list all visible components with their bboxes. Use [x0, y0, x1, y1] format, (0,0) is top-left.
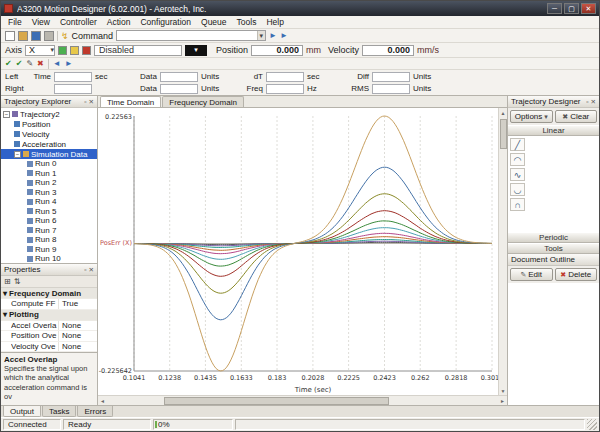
- menu-controller[interactable]: Controller: [55, 17, 102, 27]
- pin-icon[interactable]: ▫: [84, 266, 86, 274]
- tree-item-acceleration[interactable]: Acceleration: [1, 139, 97, 149]
- axis-display-dropdown[interactable]: ▾: [185, 45, 207, 56]
- cursor-left-icon[interactable]: ◄: [53, 59, 61, 68]
- measure-input[interactable]: [372, 84, 410, 94]
- property-row[interactable]: Position OveNone: [1, 331, 97, 342]
- tree-item-run-10[interactable]: Run 10: [1, 254, 97, 263]
- edit-button[interactable]: ✎ Edit: [510, 268, 553, 281]
- print-icon[interactable]: [44, 31, 54, 41]
- time-domain-chart[interactable]: 0.10410.12380.14350.16330.1830.20280.222…: [98, 108, 498, 395]
- measure-input[interactable]: [54, 72, 92, 82]
- measure-input[interactable]: [266, 84, 304, 94]
- clear-button[interactable]: ✖ Clear: [555, 110, 598, 123]
- section-linear[interactable]: Linear: [508, 125, 599, 136]
- pin-icon[interactable]: ▫: [586, 98, 588, 106]
- open-file-icon[interactable]: [18, 31, 28, 41]
- disable-axis-button[interactable]: [82, 46, 91, 55]
- tree-item-run-3[interactable]: Run 3: [1, 188, 97, 198]
- close-button[interactable]: ✕: [581, 3, 596, 14]
- apply-icon[interactable]: ✔: [5, 59, 12, 68]
- property-value[interactable]: True: [59, 299, 97, 309]
- maximize-button[interactable]: ▢: [564, 3, 579, 14]
- property-row[interactable]: Compute FFTrue: [1, 299, 97, 310]
- tab-time-domain[interactable]: Time Domain: [100, 96, 161, 107]
- horizontal-scroll-thumb[interactable]: [164, 397, 389, 405]
- tree-item-run-0[interactable]: Run 0: [1, 159, 97, 169]
- command-input[interactable]: ▾: [116, 30, 266, 41]
- chevron-down-icon[interactable]: ▾: [257, 31, 266, 40]
- tree-item-run-7[interactable]: Run 7: [1, 226, 97, 236]
- line-shape-button[interactable]: ╱: [510, 138, 525, 151]
- save-icon[interactable]: [31, 31, 41, 41]
- execute-command-icon[interactable]: ►: [269, 31, 277, 41]
- resize-grip[interactable]: [587, 419, 597, 430]
- expander-icon[interactable]: −: [3, 111, 10, 118]
- categorize-icon[interactable]: ⊞: [4, 277, 11, 286]
- pin-icon[interactable]: ▫: [84, 98, 86, 106]
- close-icon[interactable]: ✕: [591, 98, 596, 106]
- tree-item-run-8[interactable]: Run 8: [1, 235, 97, 245]
- sort-icon[interactable]: ⇅: [14, 277, 21, 286]
- new-file-icon[interactable]: [5, 31, 15, 41]
- arc-shape-button[interactable]: ◠: [510, 153, 525, 166]
- title-bar[interactable]: A3200 Motion Designer (6.02.001) - Aerot…: [1, 1, 599, 16]
- tree-item-simulation-data[interactable]: −Simulation Data: [1, 149, 97, 159]
- menu-configuration[interactable]: Configuration: [135, 17, 196, 27]
- edit-icon[interactable]: ✎: [26, 59, 33, 68]
- tree-item-run-6[interactable]: Run 6: [1, 216, 97, 226]
- measure-input[interactable]: [160, 84, 198, 94]
- property-row[interactable]: Accel OverlaNone: [1, 321, 97, 332]
- section-tools[interactable]: Tools: [508, 243, 599, 254]
- tab-frequency-domain[interactable]: Frequency Domain: [162, 96, 244, 107]
- enable-axis-button[interactable]: [58, 46, 67, 55]
- step-command-icon[interactable]: ►: [280, 31, 288, 41]
- delete-icon[interactable]: ✖: [37, 59, 44, 68]
- bump-shape-button[interactable]: ∩: [510, 198, 525, 211]
- close-icon[interactable]: ✕: [89, 98, 94, 106]
- menu-view[interactable]: View: [27, 17, 55, 27]
- delete-button[interactable]: ✖ Delete: [555, 268, 598, 281]
- tree-item-run-1[interactable]: Run 1: [1, 169, 97, 179]
- scroll-left-icon[interactable]: ◄: [98, 396, 107, 405]
- tree-item-position[interactable]: Position: [1, 119, 97, 129]
- measure-input[interactable]: [160, 72, 198, 82]
- tab-tasks[interactable]: Tasks: [42, 406, 76, 417]
- tree-item-run-5[interactable]: Run 5: [1, 207, 97, 217]
- menu-action[interactable]: Action: [102, 17, 136, 27]
- axis-select[interactable]: X ▾: [25, 45, 55, 56]
- cursor-right-icon[interactable]: ►: [65, 59, 73, 68]
- tab-output[interactable]: Output: [3, 406, 41, 417]
- scroll-right-icon[interactable]: ►: [498, 396, 507, 405]
- menu-queue[interactable]: Queue: [196, 17, 232, 27]
- options-button[interactable]: Options ▾: [510, 110, 553, 123]
- apply-all-icon[interactable]: ✔: [16, 59, 23, 68]
- vertical-scroll-thumb[interactable]: [500, 119, 507, 149]
- minimize-button[interactable]: ─: [547, 3, 562, 14]
- home-axis-button[interactable]: [70, 46, 79, 55]
- property-value[interactable]: None: [59, 321, 97, 331]
- menu-help[interactable]: Help: [261, 17, 288, 27]
- property-row[interactable]: Velocity OveNone: [1, 342, 97, 353]
- property-category[interactable]: ▾Frequency Domain: [1, 288, 97, 299]
- menu-file[interactable]: File: [3, 17, 27, 27]
- tree-item-run-4[interactable]: Run 4: [1, 197, 97, 207]
- horizontal-scrollbar[interactable]: ◄ ►: [98, 395, 507, 405]
- menu-tools[interactable]: Tools: [232, 17, 262, 27]
- dip-shape-button[interactable]: ◡: [510, 183, 525, 196]
- measure-input[interactable]: [372, 72, 410, 82]
- section-periodic[interactable]: Periodic: [508, 232, 599, 243]
- expander-icon[interactable]: −: [14, 151, 21, 158]
- tab-errors[interactable]: Errors: [77, 406, 113, 417]
- measure-input[interactable]: [54, 84, 92, 94]
- property-value[interactable]: None: [59, 342, 97, 352]
- tree-item-velocity[interactable]: Velocity: [1, 129, 97, 139]
- close-icon[interactable]: ✕: [89, 266, 94, 274]
- property-value[interactable]: None: [59, 331, 97, 341]
- sine-shape-button[interactable]: ∿: [510, 168, 525, 181]
- property-category[interactable]: ▾Plotting: [1, 310, 97, 321]
- tree-item-run-2[interactable]: Run 2: [1, 178, 97, 188]
- measure-input[interactable]: [266, 72, 304, 82]
- vertical-scrollbar[interactable]: ▲ ▼: [498, 108, 507, 395]
- tree-item-run-9[interactable]: Run 9: [1, 245, 97, 255]
- tree-item-root[interactable]: −Trajectory2: [1, 109, 97, 119]
